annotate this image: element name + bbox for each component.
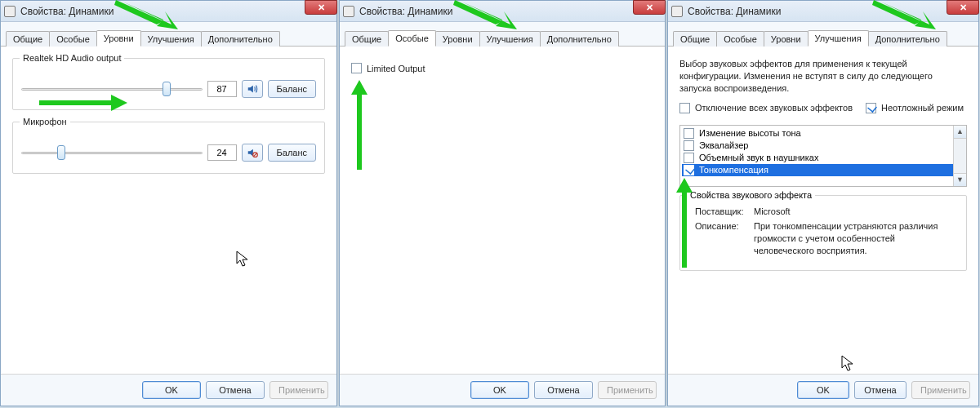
tab-advanced[interactable]: Дополнительно (868, 31, 947, 47)
tabs-row: Общие Особые Уровни Улучшения Дополнител… (340, 22, 665, 47)
close-icon: ✕ (318, 2, 325, 13)
slider-thumb[interactable] (57, 145, 65, 160)
tab-enhancements[interactable]: Улучшения (140, 31, 202, 47)
scroll-up-icon[interactable]: ▲ (954, 126, 966, 139)
tab-advanced[interactable]: Дополнительно (201, 31, 280, 47)
slider-thumb[interactable] (163, 82, 171, 96)
limited-output-label: Limited Output (367, 64, 425, 73)
cancel-button[interactable]: Отмена (854, 381, 906, 399)
close-icon: ✕ (646, 2, 653, 13)
speaker-window-icon (671, 6, 683, 17)
properties-window-enhancements: Свойства: Динамики ✕ Общие Особые Уровни… (667, 0, 979, 406)
effect-item[interactable]: Изменение высоты тона (682, 127, 964, 140)
close-icon: ✕ (960, 2, 967, 13)
urgent-mode-checkbox[interactable] (866, 103, 876, 113)
tab-custom[interactable]: Особые (716, 31, 764, 47)
ok-button[interactable]: OK (470, 381, 529, 399)
titlebar[interactable]: Свойства: Динамики ✕ (340, 1, 665, 22)
effect-item-selected[interactable]: Тонкомпенсация (682, 164, 964, 176)
tab-enhancements[interactable]: Улучшения (808, 30, 869, 47)
tab-body-custom: Limited Output (340, 47, 665, 374)
output-group-title: Realtek HD Audio output (20, 53, 124, 63)
effect-label: Тонкомпенсация (699, 165, 768, 175)
window-title: Свойства: Динамики (20, 6, 114, 17)
close-button[interactable]: ✕ (633, 0, 666, 15)
effect-item[interactable]: Объемный звук в наушниках (682, 152, 964, 164)
scroll-down-icon[interactable]: ▼ (954, 173, 966, 186)
effect-checkbox[interactable] (684, 128, 694, 139)
mute-mic-button[interactable] (242, 144, 263, 162)
limited-output-checkbox[interactable] (351, 63, 362, 73)
close-button[interactable]: ✕ (947, 0, 979, 15)
provider-label: Поставщик: (695, 206, 754, 218)
balance-mic-button[interactable]: Баланс (268, 144, 316, 162)
tabs-row: Общие Особые Уровни Улучшения Дополнител… (1, 22, 336, 47)
tab-advanced[interactable]: Дополнительно (540, 31, 619, 47)
effect-checkbox[interactable] (684, 165, 694, 175)
tab-enhancements[interactable]: Улучшения (479, 31, 541, 47)
close-button[interactable]: ✕ (305, 0, 337, 15)
svg-line-1 (253, 153, 256, 157)
provider-value: Microsoft (754, 206, 791, 218)
tab-custom[interactable]: Особые (49, 31, 97, 47)
description-label: Описание: (695, 220, 754, 257)
balance-output-button[interactable]: Баланс (268, 80, 316, 98)
tab-levels[interactable]: Уровни (96, 30, 141, 47)
effects-listbox[interactable]: Изменение высоты тона Эквалайзер Объемны… (679, 125, 967, 187)
disable-all-effects-checkbox[interactable] (679, 103, 690, 113)
apply-button[interactable]: Применить (911, 381, 970, 399)
output-group: Realtek HD Audio output 87 Баланс (12, 58, 325, 110)
window-title: Свойства: Динамики (688, 6, 781, 17)
titlebar[interactable]: Свойства: Динамики ✕ (668, 1, 978, 22)
ok-button[interactable]: OK (797, 381, 849, 399)
mic-group: Микрофон 24 Баланс (12, 122, 325, 174)
effect-properties-title: Свойства звукового эффекта (687, 190, 815, 200)
speaker-window-icon (4, 6, 16, 17)
speaker-icon (247, 83, 258, 95)
dialog-buttons: OK Отмена Применить (668, 374, 978, 406)
description-value: При тонкомпенсации устраняются различия … (754, 220, 955, 257)
mic-group-title: Микрофон (20, 117, 70, 126)
speaker-muted-icon (247, 147, 258, 158)
tab-levels[interactable]: Уровни (435, 31, 480, 47)
window-title: Свойства: Динамики (359, 6, 452, 17)
cursor-icon (841, 355, 854, 373)
mic-volume-slider[interactable] (21, 147, 203, 158)
tab-body-enhancements: Выбор звуковых эффектов для применения к… (668, 47, 978, 374)
mic-volume-value: 24 (207, 144, 237, 161)
output-volume-slider[interactable] (21, 83, 203, 95)
effect-item[interactable]: Эквалайзер (682, 140, 964, 152)
effect-label: Эквалайзер (699, 140, 748, 150)
tab-levels[interactable]: Уровни (764, 31, 808, 47)
effect-label: Объемный звук в наушниках (699, 153, 818, 162)
properties-window-levels: Свойства: Динамики ✕ Общие Особые Уровни… (0, 0, 337, 406)
disable-all-effects-label: Отключение всех звуковых эффектов (695, 103, 853, 113)
dialog-buttons: OK Отмена Применить (340, 374, 665, 406)
titlebar[interactable]: Свойства: Динамики ✕ (1, 1, 336, 22)
tabs-row: Общие Особые Уровни Улучшения Дополнител… (668, 22, 978, 47)
effect-label: Изменение высоты тона (699, 128, 801, 138)
cursor-icon (236, 251, 249, 268)
listbox-scrollbar[interactable]: ▲ ▼ (953, 126, 966, 186)
ok-button[interactable]: OK (142, 381, 201, 399)
cancel-button[interactable]: Отмена (206, 381, 265, 399)
apply-button[interactable]: Применить (270, 381, 328, 399)
output-volume-value: 87 (207, 81, 237, 97)
dialog-buttons: OK Отмена Применить (1, 374, 336, 406)
effect-properties-group: Свойства звукового эффекта Поставщик: Mi… (679, 195, 967, 271)
intro-text: Выбор звуковых эффектов для применения к… (679, 58, 967, 95)
tab-body-levels: Realtek HD Audio output 87 Баланс Микроф… (1, 47, 336, 374)
urgent-mode-label: Неотложный режим (881, 103, 964, 113)
speaker-window-icon (343, 6, 354, 17)
tab-custom[interactable]: Особые (388, 30, 436, 47)
effect-checkbox[interactable] (684, 140, 694, 151)
tab-general[interactable]: Общие (345, 31, 389, 47)
apply-button[interactable]: Применить (598, 381, 657, 399)
mute-output-button[interactable] (242, 80, 263, 98)
effect-checkbox[interactable] (684, 153, 694, 163)
cancel-button[interactable]: Отмена (534, 381, 593, 399)
tab-general[interactable]: Общие (6, 31, 50, 47)
tab-general[interactable]: Общие (673, 31, 717, 47)
properties-window-custom: Свойства: Динамики ✕ Общие Особые Уровни… (339, 0, 666, 406)
